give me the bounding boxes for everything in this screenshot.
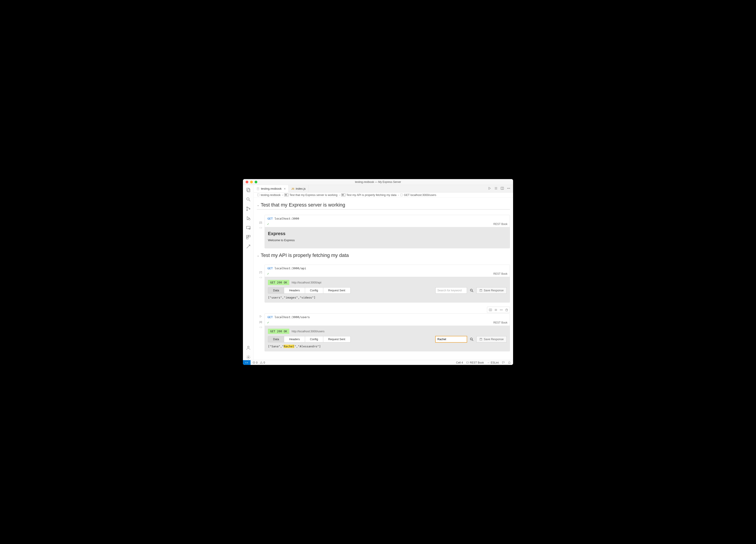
accounts-icon[interactable]: [246, 345, 251, 350]
remote-indicator[interactable]: [243, 360, 251, 365]
eslint-indicator[interactable]: ESLint: [487, 361, 499, 364]
save-response-button[interactable]: Save Response: [476, 336, 507, 342]
output-body: Welcome to Express: [268, 239, 507, 242]
kernel-indicator[interactable]: REST Book: [466, 361, 484, 364]
kernel-label[interactable]: REST Book: [493, 272, 507, 275]
close-window-button[interactable]: [246, 181, 248, 183]
save-icon: [479, 289, 482, 292]
tab-headers[interactable]: Headers: [284, 336, 305, 342]
editor-actions: [488, 185, 513, 192]
run-all-icon[interactable]: [488, 187, 491, 191]
tab-request-sent[interactable]: Request Sent: [323, 287, 350, 293]
code-input[interactable]: GET localhost:3000/users: [265, 313, 510, 320]
clear-outputs-icon[interactable]: [494, 187, 498, 191]
status-badge: GET 200 OK: [268, 280, 289, 285]
svg-rect-29: [401, 194, 403, 196]
svg-rect-42: [506, 309, 507, 311]
success-check-icon: ✓: [267, 272, 269, 275]
code-icon[interactable]: [259, 276, 263, 279]
svg-point-25: [507, 188, 508, 189]
search-input[interactable]: [435, 336, 467, 342]
notebook[interactable]: ⌄ Test that my Express server is working…: [254, 198, 513, 360]
remote-explorer-icon[interactable]: [246, 225, 251, 231]
close-icon[interactable]: ×: [284, 187, 286, 191]
search-input[interactable]: [435, 287, 467, 293]
extensions-icon[interactable]: [246, 235, 251, 240]
output-heading: Express: [268, 231, 507, 236]
svg-point-15: [248, 356, 249, 358]
response-url: http://localhost:3000/users: [292, 330, 324, 333]
cell-body: GET localhost:3000 ✓ REST Book Express W…: [265, 215, 510, 249]
code-input[interactable]: GET localhost:3000: [265, 215, 510, 222]
tab-data[interactable]: Data: [268, 336, 284, 342]
explorer-icon[interactable]: [246, 187, 251, 193]
chevron-right-icon: ›: [282, 194, 283, 197]
kernel-label[interactable]: REST Book: [493, 223, 507, 226]
feedback-icon[interactable]: [502, 361, 505, 364]
search-icon[interactable]: [246, 197, 251, 202]
more-icon[interactable]: [499, 307, 504, 312]
svg-rect-12: [248, 235, 250, 237]
zoom-window-button[interactable]: [255, 181, 257, 183]
tab-config[interactable]: Config: [305, 336, 323, 342]
more-icon[interactable]: [507, 187, 510, 191]
svg-point-5: [247, 210, 248, 211]
bell-icon[interactable]: [508, 361, 511, 364]
markdown-icon: M↓: [341, 194, 345, 197]
lines-icon[interactable]: [493, 307, 498, 312]
file-icon: [257, 194, 260, 197]
svg-point-46: [470, 338, 472, 340]
split-editor-icon[interactable]: [500, 187, 504, 191]
trash-icon[interactable]: [504, 307, 509, 312]
svg-point-30: [470, 289, 472, 291]
breadcrumb-file[interactable]: testing.restbook: [257, 194, 281, 197]
code-icon[interactable]: [259, 226, 263, 230]
problems-indicator[interactable]: 0 0: [252, 361, 265, 364]
section-title: Test that my Express server is working: [261, 202, 345, 208]
search-icon[interactable]: [470, 288, 474, 292]
breadcrumb-cell[interactable]: GET localhost:3000/users: [400, 194, 436, 197]
tab-config[interactable]: Config: [305, 287, 323, 293]
success-check-icon: ✓: [267, 321, 269, 324]
tab-index-js[interactable]: JS index.js: [289, 185, 309, 192]
svg-rect-28: [258, 194, 259, 196]
minimize-window-button[interactable]: [250, 181, 253, 183]
search-highlight: Rachel: [284, 345, 294, 348]
app-window: testing.restbook — My Express Server tes…: [243, 179, 513, 365]
tab-request-sent[interactable]: Request Sent: [323, 336, 350, 342]
chevron-down-icon[interactable]: ⌄: [257, 254, 259, 257]
cell-output: GET 200 OK http://localhost:3000/users D…: [265, 325, 510, 351]
source-control-icon[interactable]: [246, 206, 251, 212]
http-method: GET: [267, 315, 273, 319]
tab-data[interactable]: Data: [268, 287, 284, 293]
chevron-down-icon[interactable]: ⌄: [257, 204, 259, 207]
cell-body: GET localhost:3000/users ✓ REST Book GET…: [265, 313, 510, 351]
cell-indicator[interactable]: Cell 4: [456, 361, 463, 364]
settings-gear-icon[interactable]: [246, 354, 251, 360]
search-icon[interactable]: [470, 337, 474, 341]
tab-headers[interactable]: Headers: [284, 287, 305, 293]
section-header-2: ⌄ Test my API is properly fetching my da…: [257, 253, 510, 258]
divider: [257, 209, 510, 210]
tab-label: index.js: [296, 187, 306, 190]
tab-bar: testing.restbook × JS index.js: [254, 185, 513, 193]
tab-testing-restbook[interactable]: testing.restbook ×: [254, 185, 289, 192]
svg-rect-33: [480, 289, 481, 290]
cell-status-row: ✓ REST Book: [265, 272, 510, 277]
save-response-button[interactable]: Save Response: [476, 287, 507, 293]
svg-marker-45: [260, 315, 262, 317]
notebook-file-icon: [256, 187, 260, 190]
kernel-label[interactable]: REST Book: [493, 321, 507, 324]
breadcrumb-h1[interactable]: M↓ Test that my Express server is workin…: [284, 194, 337, 197]
code-icon[interactable]: [259, 325, 263, 329]
svg-rect-9: [246, 226, 250, 229]
breadcrumb-h2[interactable]: M↓ Test my API is properly fetching my d…: [341, 194, 396, 197]
chevron-right-icon: ›: [339, 194, 340, 197]
activity-extra-icon[interactable]: [246, 244, 251, 249]
run-cell-icon[interactable]: [259, 315, 262, 318]
run-debug-icon[interactable]: [246, 216, 251, 221]
split-cell-icon[interactable]: [488, 307, 493, 312]
request-url: localhost:3000: [274, 217, 299, 220]
code-input[interactable]: GET localhost:3000/api: [265, 265, 510, 272]
cell-gutter: [7]: [257, 265, 265, 302]
